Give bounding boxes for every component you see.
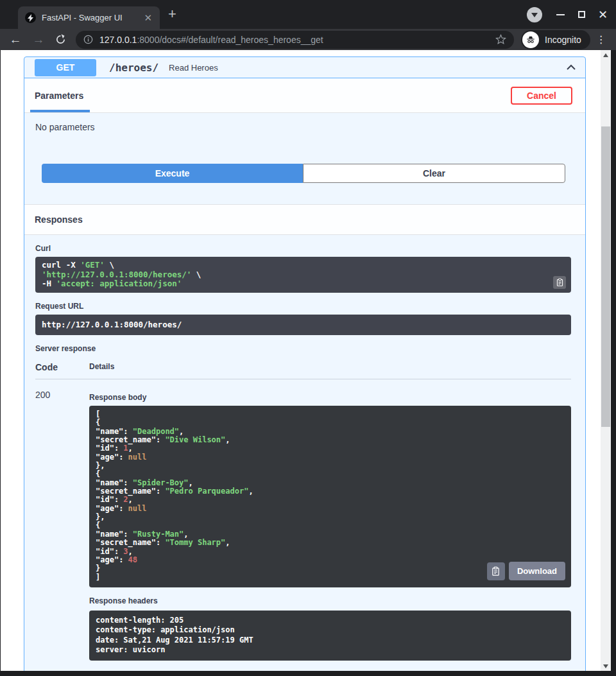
maximize-button[interactable] bbox=[571, 11, 592, 18]
response-headers-block: content-length: 205content-type: applica… bbox=[89, 611, 571, 661]
code-column-header: Code bbox=[35, 362, 89, 372]
tab-title: FastAPI - Swagger UI bbox=[42, 13, 141, 22]
response-body-block: [ { "name": "Deadpond", "secret_name": "… bbox=[89, 406, 571, 587]
code-line: }, bbox=[96, 513, 565, 521]
download-button[interactable]: Download bbox=[509, 562, 565, 580]
copy-response-button[interactable] bbox=[487, 562, 505, 580]
new-tab-button[interactable]: + bbox=[168, 7, 176, 21]
page-info-icon[interactable] bbox=[83, 35, 93, 44]
operation-block-get-heroes: GET /heroes/ Read Heroes Parameters Canc… bbox=[24, 56, 586, 671]
code-line: "name": "Rusty-Man", bbox=[96, 530, 565, 539]
code-line: server: uvicorn bbox=[96, 645, 565, 655]
up-arrow-icon bbox=[603, 53, 608, 57]
server-response-label: Server response bbox=[35, 344, 571, 353]
scrollbar[interactable] bbox=[601, 50, 611, 671]
curl-code: curl -X 'GET' \ 'http://127.0.0.1:8000/h… bbox=[42, 261, 565, 289]
response-body-actions: Download bbox=[487, 562, 565, 580]
code-line: { bbox=[96, 521, 565, 530]
browser-window: FastAPI - Swagger UI ✕ + ✕ ← → 127.0 bbox=[0, 0, 616, 676]
incognito-label: Incognito bbox=[545, 35, 581, 45]
incognito-icon bbox=[522, 31, 539, 48]
close-icon: ✕ bbox=[598, 9, 608, 21]
window-right-edge bbox=[611, 50, 616, 676]
reload-button[interactable] bbox=[51, 34, 69, 45]
copy-curl-button[interactable] bbox=[553, 276, 566, 289]
code-line: "secret_name": "Tommy Sharp", bbox=[96, 539, 565, 547]
no-parameters-text: No parameters bbox=[35, 122, 585, 132]
response-details: Response body [ { "name": "Deadpond", "s… bbox=[89, 390, 571, 661]
code-line: { bbox=[96, 470, 565, 478]
code-line: "secret_name": "Dive Wilson", bbox=[96, 436, 565, 444]
code-line: content-length: 205 bbox=[96, 616, 565, 626]
request-url-value: http://127.0.0.1:8000/heroes/ bbox=[42, 320, 182, 329]
operation-summary[interactable]: GET /heroes/ Read Heroes bbox=[24, 57, 585, 78]
url-path: :8000/docs#/default/read_heroes_heroes__… bbox=[137, 35, 323, 45]
code-line: "id": 3, bbox=[96, 548, 565, 556]
browser-toolbar: ← → 127.0.0.1:8000/docs#/default/read_he… bbox=[0, 29, 616, 50]
responses-header: Responses bbox=[24, 204, 585, 235]
tab-close-icon[interactable]: ✕ bbox=[141, 12, 155, 24]
scrollbar-down-button[interactable] bbox=[601, 661, 611, 671]
method-badge[interactable]: GET bbox=[35, 59, 96, 76]
down-arrow-icon bbox=[603, 664, 608, 668]
code-line: { bbox=[96, 419, 565, 427]
window-bottom-edge bbox=[0, 671, 616, 676]
code-line: "name": "Deadpond", bbox=[96, 428, 565, 436]
back-button[interactable]: ← bbox=[6, 33, 24, 47]
clipboard-icon bbox=[491, 566, 501, 576]
reload-icon bbox=[55, 34, 66, 45]
status-code: 200 bbox=[35, 390, 89, 661]
code-line: [ bbox=[96, 410, 565, 419]
url-host: 127.0.0.1 bbox=[99, 35, 137, 45]
curl-label: Curl bbox=[35, 244, 571, 253]
response-headers-label: Response headers bbox=[89, 596, 571, 605]
code-line: content-type: application/json bbox=[96, 625, 565, 636]
scrollbar-thumb[interactable] bbox=[601, 126, 610, 427]
request-url-block: http://127.0.0.1:8000/heroes/ bbox=[35, 315, 571, 336]
response-headers-code: content-length: 205content-type: applica… bbox=[96, 616, 565, 655]
minimize-icon bbox=[556, 14, 565, 15]
response-table-header: Code Details bbox=[35, 362, 571, 379]
response-row-200: 200 Response body [ { "name": "Deadpond"… bbox=[35, 379, 571, 661]
page-content: GET /heroes/ Read Heroes Parameters Canc… bbox=[0, 50, 611, 671]
response-body-label: Response body bbox=[89, 393, 571, 402]
curl-block: curl -X 'GET' \ 'http://127.0.0.1:8000/h… bbox=[35, 257, 571, 293]
chevron-up-icon bbox=[565, 61, 578, 74]
collapse-button[interactable] bbox=[565, 61, 578, 74]
code-line: "age": null bbox=[96, 505, 565, 513]
execute-button[interactable]: Execute bbox=[42, 164, 303, 183]
browser-tab[interactable]: FastAPI - Swagger UI ✕ bbox=[18, 6, 160, 29]
code-line: "age": null bbox=[96, 453, 565, 462]
responses-body: Curl curl -X 'GET' \ 'http://127.0.0.1:8… bbox=[24, 244, 585, 671]
maximize-icon bbox=[578, 11, 585, 18]
bookmark-star-icon[interactable] bbox=[495, 34, 506, 45]
code-line: curl -X 'GET' \ bbox=[42, 261, 565, 270]
code-line: }, bbox=[96, 462, 565, 470]
url-bar[interactable]: 127.0.0.1:8000/docs#/default/read_heroes… bbox=[76, 31, 514, 49]
clear-button[interactable]: Clear bbox=[303, 164, 565, 183]
code-line: "secret_name": "Pedro Parqueador", bbox=[96, 487, 565, 496]
window-controls: ✕ bbox=[527, 0, 613, 29]
forward-button[interactable]: → bbox=[30, 33, 47, 47]
code-line: "name": "Spider-Boy", bbox=[96, 479, 565, 487]
browser-update-icon[interactable] bbox=[527, 7, 542, 22]
operation-description: Read Heroes bbox=[169, 63, 218, 73]
cancel-button[interactable]: Cancel bbox=[511, 87, 572, 105]
code-line: date: Sat,21 Aug 2021 11:57:19 GMT bbox=[96, 636, 565, 646]
code-line: 'http://127.0.0.1:8000/heroes/' \ bbox=[42, 270, 565, 280]
scrollbar-up-button[interactable] bbox=[601, 50, 611, 60]
close-button[interactable]: ✕ bbox=[592, 9, 613, 21]
details-column-header: Details bbox=[89, 362, 114, 372]
clipboard-icon bbox=[556, 278, 564, 286]
responses-title: Responses bbox=[35, 214, 83, 225]
tab-strip: FastAPI - Swagger UI ✕ + ✕ bbox=[0, 0, 616, 29]
code-line: "id": 2, bbox=[96, 496, 565, 504]
down-arrow-icon bbox=[531, 13, 538, 17]
parameters-header: Parameters Cancel bbox=[24, 78, 585, 113]
response-body-code: [ { "name": "Deadpond", "secret_name": "… bbox=[96, 410, 565, 582]
minimize-button[interactable] bbox=[550, 14, 571, 15]
browser-menu-button[interactable]: ⋮ bbox=[596, 33, 606, 46]
url-text[interactable]: 127.0.0.1:8000/docs#/default/read_heroes… bbox=[99, 35, 495, 45]
operation-path: /heroes/ bbox=[109, 62, 158, 74]
tab-parameters[interactable]: Parameters bbox=[35, 91, 83, 101]
